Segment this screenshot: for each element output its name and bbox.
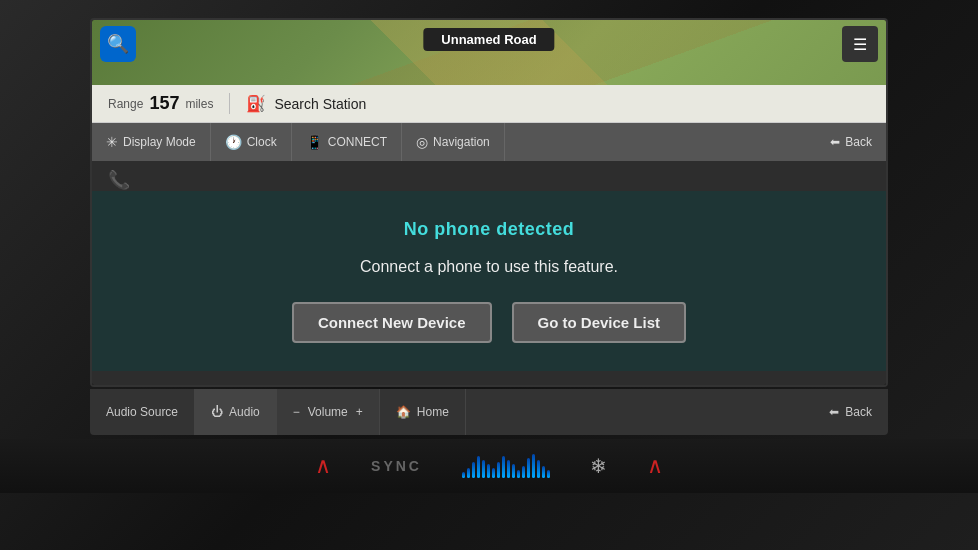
volume-minus-button[interactable]: − (293, 405, 300, 419)
nav-back-button[interactable]: ⬅ Back (816, 123, 886, 161)
sync-bar: ∧ SYNC ❄ ∧ (0, 439, 978, 493)
home-icon: 🏠 (396, 405, 411, 419)
wave-bar (522, 466, 525, 478)
display-mode-button[interactable]: ✳ Display Mode (92, 123, 211, 161)
wave-bar (462, 472, 465, 478)
wave-bar (482, 460, 485, 478)
dialog-buttons: Connect New Device Go to Device List (292, 302, 686, 343)
bottom-back-label: Back (845, 405, 872, 419)
navigation-label: Navigation (433, 135, 490, 149)
wave-bar (487, 464, 490, 478)
wave-bar (477, 456, 480, 478)
wave-bar (507, 460, 510, 478)
home-button[interactable]: 🏠 Home (380, 389, 466, 435)
connect-button[interactable]: 📱 CONNECT (292, 123, 402, 161)
nav-bar: ✳ Display Mode 🕐 Clock 📱 CONNECT ◎ Navig… (92, 123, 886, 161)
phone-icon-row: 📞 (108, 169, 130, 191)
sync-wave (462, 454, 550, 478)
bottom-bar: Audio Source ⏻ Audio − Volume + 🏠 Home ⬅… (90, 389, 888, 435)
volume-control: − Volume + (277, 389, 380, 435)
phone-area: 📞 (92, 161, 886, 191)
climate-icon: ❄ (590, 454, 607, 478)
bottom-back-icon: ⬅ (829, 405, 839, 419)
wave-bar (502, 456, 505, 478)
wave-bar (537, 460, 540, 478)
fuel-icon: ⛽ (246, 94, 266, 113)
wave-bar (517, 470, 520, 478)
wave-bar (547, 470, 550, 478)
connect-label: CONNECT (328, 135, 387, 149)
sync-label: SYNC (371, 458, 422, 474)
dialog-area: No phone detected Connect a phone to use… (92, 191, 886, 371)
wave-bar (512, 464, 515, 478)
audio-label: Audio (229, 405, 260, 419)
search-station-button[interactable]: ⛽ Search Station (230, 94, 382, 113)
main-screen: 🔍 Unnamed Road ☰ Range 157 miles ⛽ Searc… (90, 18, 888, 387)
clock-button[interactable]: 🕐 Clock (211, 123, 292, 161)
navigation-icon: ◎ (416, 134, 428, 150)
clock-label: Clock (247, 135, 277, 149)
back-label: Back (845, 135, 872, 149)
audio-source-label: Audio Source (106, 405, 178, 419)
info-bar: Range 157 miles ⛽ Search Station (92, 85, 886, 123)
search-station-label: Search Station (274, 96, 366, 112)
wave-bar (542, 466, 545, 478)
wave-bar (472, 462, 475, 478)
sync-right-arrow-icon: ∧ (647, 453, 663, 479)
wave-bar (527, 458, 530, 478)
wave-bar (532, 454, 535, 478)
display-mode-icon: ✳ (106, 134, 118, 150)
audio-button[interactable]: ⏻ Audio (195, 389, 277, 435)
road-name: Unnamed Road (423, 28, 554, 51)
navigation-button[interactable]: ◎ Navigation (402, 123, 505, 161)
map-area: 🔍 Unnamed Road ☰ (92, 20, 886, 85)
range-display: Range 157 miles (92, 93, 230, 114)
go-to-device-list-button[interactable]: Go to Device List (512, 302, 687, 343)
wave-bar (492, 468, 495, 478)
dialog-subtitle: Connect a phone to use this feature. (360, 258, 618, 276)
screen-bottom-fill (92, 371, 886, 385)
connect-new-device-button[interactable]: Connect New Device (292, 302, 492, 343)
dialog-title: No phone detected (404, 219, 575, 240)
volume-label: Volume (308, 405, 348, 419)
range-label: Range (108, 97, 143, 111)
audio-source-button[interactable]: Audio Source (90, 389, 195, 435)
display-mode-label: Display Mode (123, 135, 196, 149)
range-unit: miles (185, 97, 213, 111)
menu-icon[interactable]: ☰ (842, 26, 878, 62)
search-icon[interactable]: 🔍 (100, 26, 136, 62)
clock-icon: 🕐 (225, 134, 242, 150)
bottom-back-button[interactable]: ⬅ Back (813, 389, 888, 435)
wave-bar (497, 462, 500, 478)
volume-plus-button[interactable]: + (356, 405, 363, 419)
phone-connect-icon: 📱 (306, 134, 323, 150)
phone-icon: 📞 (108, 169, 130, 191)
power-icon: ⏻ (211, 405, 223, 419)
hamburger-icon: ☰ (853, 35, 867, 54)
home-label: Home (417, 405, 449, 419)
outer-frame: 🔍 Unnamed Road ☰ Range 157 miles ⛽ Searc… (0, 0, 978, 550)
back-arrow-icon: ⬅ (830, 135, 840, 149)
sync-left-arrow-icon: ∧ (315, 453, 331, 479)
wave-bar (467, 468, 470, 478)
range-miles: 157 (149, 93, 179, 114)
